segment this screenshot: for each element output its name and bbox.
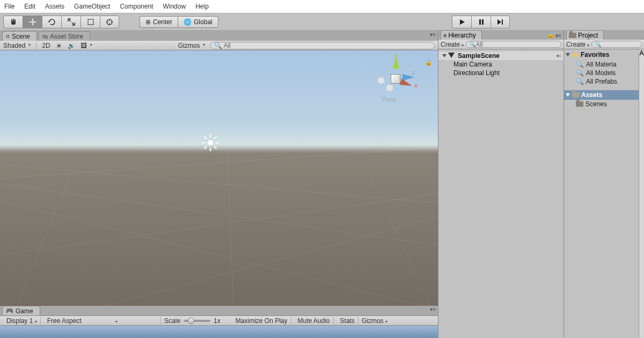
main-area: ⌗Scene 🛍Asset Store ▾≡ Shaded 2D ☀ 🔊 🖼 G… bbox=[0, 30, 644, 338]
rotate-tool[interactable] bbox=[42, 16, 61, 28]
scene-icon: ⌗ bbox=[6, 33, 10, 40]
star-icon: ★ bbox=[572, 50, 579, 59]
scale-label: Scale bbox=[164, 317, 180, 325]
menu-assets[interactable]: Assets bbox=[45, 3, 64, 10]
toggle-2d[interactable]: 2D bbox=[36, 42, 50, 49]
hierarchy-create-dropdown[interactable]: Create ▾ bbox=[441, 41, 464, 48]
project-fav-models[interactable]: 🔍All Models bbox=[564, 69, 639, 77]
game-preview bbox=[0, 326, 438, 338]
persp-label: Persp bbox=[382, 97, 396, 102]
aspect-dropdown[interactable]: Free Aspect ▾ bbox=[44, 317, 161, 325]
game-toolbar: Display 1 ▾ Free Aspect ▾ Scale 1x Maxim… bbox=[0, 316, 438, 326]
scene-tabs: ⌗Scene 🛍Asset Store ▾≡ bbox=[0, 30, 438, 41]
center-icon: ⊕ bbox=[145, 18, 151, 26]
mute-toggle[interactable]: Mute Audio bbox=[295, 317, 334, 325]
asset-store-icon: 🛍 bbox=[42, 33, 48, 40]
menu-file[interactable]: File bbox=[4, 3, 14, 10]
project-icon bbox=[569, 33, 576, 38]
tab-project[interactable]: Project bbox=[566, 30, 604, 40]
left-column: ⌗Scene 🛍Asset Store ▾≡ Shaded 2D ☀ 🔊 🖼 G… bbox=[0, 30, 438, 338]
transform-tool[interactable] bbox=[100, 16, 119, 28]
unity-icon bbox=[448, 53, 456, 59]
menu-help[interactable]: Help bbox=[195, 3, 209, 10]
scene-view[interactable]: y z x Persp 🔒 bbox=[0, 50, 438, 306]
hierarchy-item-directional-light[interactable]: Directional Light bbox=[438, 69, 564, 77]
project-body: ★Favorites 🔍All Materia 🔍All Models 🔍All… bbox=[564, 49, 644, 338]
project-fav-materials[interactable]: 🔍All Materia bbox=[564, 60, 639, 69]
hierarchy-toolbar: Create ▾ 🔍All bbox=[438, 40, 564, 49]
game-panel: Display 1 ▾ Free Aspect ▾ Scale 1x Maxim… bbox=[0, 315, 438, 338]
directional-light-gizmo[interactable] bbox=[203, 135, 218, 150]
scene-menu-icon[interactable]: ▾≡ bbox=[557, 54, 561, 58]
scale-value: 1x bbox=[214, 317, 221, 325]
hierarchy-lock-icon[interactable]: 🔒 bbox=[547, 32, 554, 39]
project-search[interactable]: 🔍 bbox=[591, 41, 642, 48]
handle-global-button[interactable]: 🌐Global bbox=[178, 16, 218, 28]
tab-hierarchy[interactable]: ≡Hierarchy bbox=[441, 30, 482, 40]
transform-tools bbox=[3, 16, 119, 28]
game-tabs: 🎮Game ▾≡ bbox=[0, 306, 438, 315]
menu-bar: File Edit Assets GameObject Component Wi… bbox=[0, 0, 644, 13]
project-panel: Project Create ▾ 🔍 ★Favorites 🔍All Mater… bbox=[564, 30, 644, 338]
menu-edit[interactable]: Edit bbox=[24, 3, 35, 10]
menu-window[interactable]: Window bbox=[163, 3, 186, 10]
gizmos-dropdown[interactable]: Gizmos bbox=[178, 42, 206, 49]
hierarchy-panel: ≡Hierarchy 🔒 ▾≡ Create ▾ 🔍All SampleScen… bbox=[438, 30, 564, 338]
game-gizmos-dropdown[interactable]: Gizmos ▾ bbox=[362, 317, 387, 325]
hierarchy-menu-icon[interactable]: ▾≡ bbox=[555, 33, 561, 39]
project-item-scenes[interactable]: Scenes bbox=[564, 100, 639, 108]
main-toolbar: ⊕Center 🌐Global bbox=[0, 13, 644, 30]
stats-toggle[interactable]: Stats bbox=[337, 317, 358, 325]
effects-dropdown[interactable]: 🖼 bbox=[80, 42, 92, 49]
game-icon: 🎮 bbox=[6, 307, 13, 314]
game-panel-menu-icon[interactable]: ▾≡ bbox=[430, 306, 436, 312]
move-tool[interactable] bbox=[23, 16, 42, 28]
gizmo-lock-icon[interactable]: 🔒 bbox=[425, 59, 433, 66]
hierarchy-scene-row[interactable]: SampleScene ▾≡ bbox=[438, 52, 564, 60]
draw-mode-dropdown[interactable]: Shaded bbox=[3, 42, 31, 49]
pause-button[interactable] bbox=[471, 16, 491, 28]
project-assets-header[interactable]: Assets bbox=[564, 90, 639, 100]
hand-tool[interactable] bbox=[3, 16, 23, 28]
scene-toolbar: Shaded 2D ☀ 🔊 🖼 Gizmos 🔍All bbox=[0, 41, 438, 50]
tab-scene[interactable]: ⌗Scene bbox=[2, 31, 37, 41]
expand-icon[interactable] bbox=[442, 54, 447, 57]
project-favorites-header[interactable]: ★Favorites bbox=[564, 49, 639, 60]
search-icon: 🔍 bbox=[576, 69, 584, 77]
project-fav-prefabs[interactable]: 🔍All Prefabs bbox=[564, 77, 639, 86]
scale-tool[interactable] bbox=[61, 16, 80, 28]
scale-slider[interactable] bbox=[184, 320, 210, 322]
hierarchy-search[interactable]: 🔍All bbox=[466, 41, 561, 48]
scene-search[interactable]: 🔍All bbox=[210, 42, 435, 49]
folder-icon bbox=[576, 101, 583, 107]
panel-menu-icon[interactable]: ▾≡ bbox=[430, 32, 436, 38]
folder-icon bbox=[572, 92, 580, 98]
menu-component[interactable]: Component bbox=[120, 3, 153, 10]
project-toolbar: Create ▾ 🔍 bbox=[564, 40, 644, 49]
orientation-gizmo[interactable]: y z x Persp bbox=[377, 60, 414, 98]
lighting-toggle[interactable]: ☀ bbox=[56, 42, 62, 50]
menu-gameobject[interactable]: GameObject bbox=[74, 3, 110, 10]
globe-icon: 🌐 bbox=[184, 18, 192, 26]
search-icon: 🔍 bbox=[576, 61, 584, 68]
hierarchy-item-main-camera[interactable]: Main Camera bbox=[438, 60, 564, 69]
play-controls bbox=[452, 16, 510, 28]
axis-z-label: z bbox=[412, 70, 415, 76]
hierarchy-body: SampleScene ▾≡ Main Camera Directional L… bbox=[438, 49, 564, 338]
step-button[interactable] bbox=[491, 16, 510, 28]
pivot-center-button[interactable]: ⊕Center bbox=[140, 16, 178, 28]
project-right-strip: A bbox=[639, 49, 644, 338]
maximize-toggle[interactable]: Maximize On Play bbox=[232, 317, 291, 325]
rect-tool[interactable] bbox=[80, 16, 100, 28]
tab-asset-store[interactable]: 🛍Asset Store bbox=[38, 31, 90, 41]
audio-toggle[interactable]: 🔊 bbox=[68, 42, 75, 49]
play-button[interactable] bbox=[452, 16, 471, 28]
display-dropdown[interactable]: Display 1 ▾ bbox=[3, 317, 41, 325]
tab-game[interactable]: 🎮Game bbox=[2, 306, 40, 315]
search-icon: 🔍 bbox=[576, 78, 584, 85]
pivot-group: ⊕Center 🌐Global bbox=[140, 16, 218, 28]
axis-x-label: x bbox=[414, 83, 418, 89]
svg-rect-0 bbox=[88, 19, 93, 25]
project-create-dropdown[interactable]: Create ▾ bbox=[566, 41, 589, 48]
axis-y-label: y bbox=[394, 53, 398, 58]
